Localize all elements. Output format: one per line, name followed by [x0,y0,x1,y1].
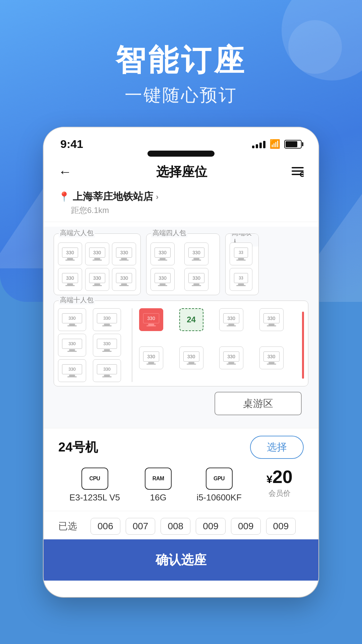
list-item[interactable]: 330 [58,243,82,265]
price-label: 会员价 [268,488,291,498]
location-chevron-icon: › [156,192,159,202]
machine-name: 24号机 [58,439,98,456]
list-item[interactable]: 330 [150,268,175,291]
room-4person-label: 高端四人包 [151,228,187,237]
list-item[interactable]: 330 [150,243,175,265]
info-panel: 24号机 选择 CPU E3-1235L V5 RAM 16G [44,428,318,581]
select-button[interactable]: 选择 [250,436,304,459]
list-item: 006 [90,518,120,535]
list-item[interactable]: 330 [259,308,284,331]
list-item[interactable]: 330 [179,346,203,369]
list-item[interactable]: 330 [58,334,86,357]
list-item[interactable]: 330 [139,346,163,369]
phone-screen: 9:41 📶 ← 选择座位 [44,127,318,597]
list-item[interactable]: 330 [112,268,136,291]
room-4person: 高端四人包 330 330 [146,233,220,295]
hero-section: 智能订座 一键随心预订 [0,0,362,107]
selected-seats-row: 已选 006 007 008 009 009 009 [44,511,318,539]
phone-mockup: 9:41 📶 ← 选择座位 [44,127,318,597]
wifi-icon: 📶 [269,139,280,149]
list-item[interactable]: 330 [219,346,243,369]
room-6person: 高端六人包 330 330 [54,233,141,295]
list-item[interactable]: 33 [230,243,252,265]
location-name[interactable]: 📍 上海莘庄地铁站店 › [58,190,304,204]
list-item[interactable]: 330 [58,308,86,331]
table-game-zone: 桌游区 [215,392,302,415]
menu-icon[interactable] [292,167,304,177]
table-game-row: 桌游区 [54,392,308,415]
svg-rect-2 [292,174,304,175]
list-item: 009 [231,518,261,535]
list-item[interactable]: 330 [58,359,86,382]
spec-ram: RAM 16G [145,468,172,503]
dynamic-island [44,151,318,157]
ram-icon: RAM [145,468,172,490]
nav-bar: ← 选择座位 [44,157,318,186]
room-10person-label: 高端十人包 [59,296,95,305]
list-item: 008 [161,518,190,535]
ram-value: 16G [150,492,167,503]
list-item: 009 [266,518,296,535]
gpu-icon: GPU [206,468,233,490]
cpu-icon: CPU [81,468,108,490]
list-item[interactable]: 330 [184,243,208,265]
gpu-value: i5-10600KF [196,492,241,503]
room-2person: 高端双人 33 33 [225,233,259,295]
list-item[interactable]: 330 [184,268,208,291]
location-pin-icon: 📍 [58,191,70,202]
list-item[interactable]: 330 [93,359,121,382]
hero-title: 智能订座 [0,44,362,77]
location-bar[interactable]: 📍 上海莘庄地铁站店 › 距您6.1km [44,186,318,217]
svg-rect-1 [292,170,304,172]
status-icons: 📶 [252,139,302,149]
room-10person: 高端十人包 330 330 [54,301,308,386]
list-item[interactable]: 330 [58,268,82,291]
svg-rect-0 [292,167,304,168]
location-distance: 距您6.1km [58,205,304,216]
seat-occupied[interactable]: 330 [139,308,163,331]
currency-symbol: ¥ [266,474,273,485]
list-item: 007 [126,518,156,535]
rooms-row-1: 高端六人包 330 330 [54,233,308,295]
divider [44,222,318,222]
selected-label: 已选 [58,520,85,533]
seat-map[interactable]: 高端六人包 330 330 [44,227,318,428]
nav-actions[interactable] [292,167,304,177]
spec-gpu: GPU i5-10600KF [196,468,241,503]
left-seats: 330 330 330 [58,308,125,382]
confirm-button[interactable]: 确认选座 [44,539,318,581]
list-item[interactable]: 330 [219,308,243,331]
store-name: 上海莘庄地铁站店 [73,190,153,204]
scroll-indicator [302,312,304,379]
spec-cpu: CPU E3-1235L V5 [69,468,120,503]
list-item[interactable]: 33 [230,268,252,291]
machine-header: 24号机 选择 [44,428,318,464]
back-button[interactable]: ← [58,164,72,179]
list-item[interactable]: 330 [112,243,136,265]
list-item[interactable]: 330 [93,308,121,331]
room-divider [132,308,132,382]
list-item[interactable]: 330 [85,268,109,291]
seats-grid-4person: 330 330 330 [150,243,216,291]
hero-subtitle: 一键随心预订 [0,84,362,107]
seat-selected[interactable]: 24 [179,308,203,331]
seats-grid-6person: 330 330 330 [58,243,136,291]
right-seats: 330 24 330 [139,308,297,382]
price-amount: 20 [273,468,293,486]
list-item[interactable]: 330 [85,243,109,265]
list-item[interactable]: 330 [259,346,284,369]
room-10person-section: 高端十人包 330 330 [54,301,308,386]
page-title: 选择座位 [156,163,207,180]
room-6person-label: 高端六人包 [59,228,95,237]
battery-icon [284,140,302,149]
signal-icon [252,140,265,148]
cpu-value: E3-1235L V5 [69,492,120,503]
status-time: 9:41 [60,138,83,151]
list-item: 009 [196,518,226,535]
spec-price: ¥ 20 会员价 [266,468,293,498]
specs-row: CPU E3-1235L V5 RAM 16G GPU i5-10600K [44,464,318,511]
list-item[interactable]: 330 [93,334,121,357]
